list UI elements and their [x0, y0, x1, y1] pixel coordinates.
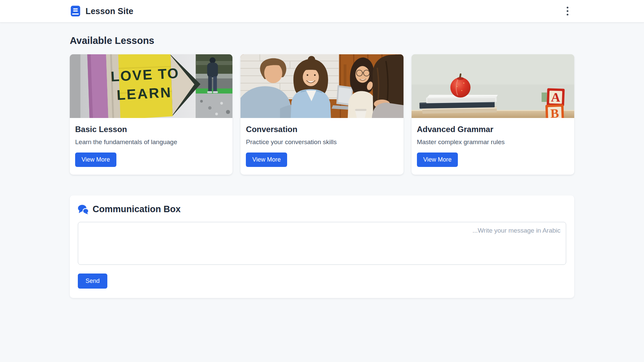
communication-box: Communication Box Send [70, 195, 574, 298]
lesson-cards: LOVE TO LEARN Basic Lesson Learn the fun… [70, 54, 574, 175]
block-letter-a: A [551, 90, 560, 105]
app-title: Lesson Site [86, 6, 133, 16]
lesson-card-basic: LOVE TO LEARN Basic Lesson Learn the fun… [70, 54, 232, 175]
block-letter-b: B [550, 106, 559, 118]
app-header: Lesson Site [0, 0, 644, 22]
lesson-card-conversation: Conversation Practice your conversation … [240, 54, 403, 175]
card-description: Master complex grammar rules [417, 138, 569, 146]
card-title: Conversation [246, 125, 398, 134]
card-description: Learn the fundamentals of language [75, 138, 227, 146]
message-input[interactable] [78, 222, 566, 265]
communication-box-title: Communication Box [93, 204, 181, 215]
main-content: Available Lessons [70, 35, 574, 298]
students-discussion-photo [240, 54, 403, 118]
kebab-menu-icon[interactable] [561, 4, 574, 18]
view-more-button-basic[interactable]: View More [75, 153, 116, 167]
card-title: Advanced Grammar [417, 125, 569, 134]
send-button[interactable]: Send [78, 274, 107, 289]
love-to-learn-pencil-sign-photo: LOVE TO LEARN [70, 54, 232, 118]
brand: Lesson Site [70, 5, 133, 17]
sign-text-line2: LEARN [116, 84, 172, 103]
pencil-sign-illustration: LOVE TO LEARN [70, 54, 232, 118]
card-description: Practice your conversation skills [246, 138, 398, 146]
page-title: Available Lessons [70, 35, 574, 46]
conversation-illustration [240, 54, 403, 118]
view-more-button-conversation[interactable]: View More [246, 153, 287, 167]
view-more-button-advanced[interactable]: View More [417, 153, 458, 167]
comments-icon [78, 204, 89, 215]
apple-books-alphabet-blocks-photo: A B [412, 54, 574, 118]
lesson-card-advanced-grammar: A B Advanced Grammar Master complex gram… [412, 54, 574, 175]
grammar-illustration: A B [412, 54, 574, 118]
book-icon [70, 5, 81, 17]
card-title: Basic Lesson [75, 125, 227, 134]
